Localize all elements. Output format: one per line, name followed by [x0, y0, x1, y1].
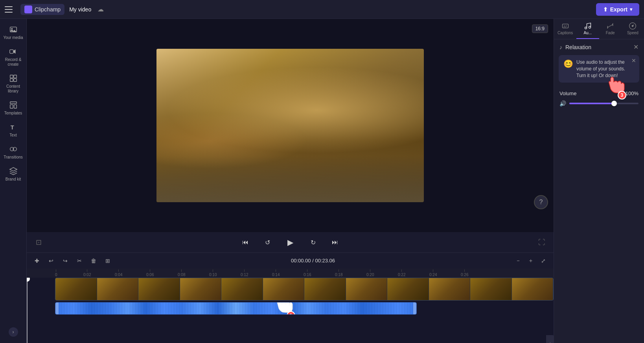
skip-back-button[interactable]: ⏮ [239, 236, 252, 249]
tab-audio-label: Au... [584, 31, 592, 35]
timeline-tracks: 1 [27, 278, 554, 343]
delete-button[interactable]: 🗑 [88, 255, 99, 266]
sidebar-item-your-media[interactable]: Your media [2, 22, 25, 43]
timeline-ruler: 0 0:02 0:04 0:06 0:08 0:10 0:12 0:14 0:1… [27, 268, 554, 278]
tab-speed-label: Speed [627, 31, 638, 35]
tab-audio[interactable]: Au... 2 [576, 19, 599, 39]
subtitles-button[interactable]: ⊡ [32, 236, 45, 249]
sidebar-item-record-create[interactable]: Record &create [2, 44, 25, 70]
audio-icon [584, 22, 592, 30]
export-icon: ⬆ [603, 6, 608, 13]
timeline-toolbar: ✚ ↩ ↪ ✂ 🗑 ⊞ 00:00.00 / 00:23.06 － ＋ ⤢ [27, 253, 554, 268]
video-preview: 16:9 ? [27, 19, 554, 232]
tooltip-close-button[interactable]: ✕ [631, 57, 636, 64]
audio-track[interactable]: 1 [55, 302, 417, 315]
ruler-mark-16: 0:16 [304, 269, 311, 277]
track-name: Relaxation [565, 44, 591, 50]
video-canvas [156, 49, 424, 202]
skip-forward-button[interactable]: ⏭ [329, 236, 341, 249]
volume-section: Volume 100% 🔊 3 [554, 87, 644, 110]
sidebar-expand-button[interactable]: › [9, 327, 18, 337]
svg-rect-8 [10, 105, 13, 108]
panel-icon-tabs: Captions Au... 2 [554, 19, 644, 39]
video-track[interactable] [55, 278, 554, 301]
fast-forward-button[interactable]: ↻ [307, 236, 319, 249]
export-button[interactable]: ⬆ Export ▾ [596, 3, 639, 16]
volume-slider-fill [569, 103, 614, 104]
svg-rect-5 [10, 79, 13, 81]
volume-slider-thumb[interactable] [611, 101, 617, 106]
video-name[interactable]: My video [69, 6, 91, 13]
tooltip-text: Use audio to adjust the volume of your s… [576, 59, 635, 79]
sidebar-item-content-library[interactable]: Contentlibrary [2, 71, 25, 97]
audio-handle-right[interactable] [413, 302, 416, 314]
tab-captions[interactable]: Captions [554, 19, 576, 39]
sidebar-item-transitions[interactable]: Transitions [2, 142, 25, 163]
rewind-button[interactable]: ↺ [261, 236, 274, 249]
ruler-mark-8: 0:08 [178, 269, 185, 277]
sidebar-label-transitions: Transitions [4, 155, 23, 160]
fit-timeline-button[interactable]: ⤢ [538, 255, 549, 266]
ruler-marks: 0 0:02 0:04 0:06 0:08 0:10 0:12 0:14 0:1… [55, 268, 554, 278]
cut-button[interactable]: ✂ [74, 255, 85, 266]
sidebar-item-text[interactable]: T Text [2, 120, 25, 141]
main-area: Your media Record &create Contentlibrary [0, 19, 644, 343]
ruler-mark-22: 0:22 [398, 269, 405, 277]
speed-icon [629, 22, 637, 30]
panel-collapse-button[interactable]: ‹ [546, 335, 554, 343]
export-chevron-icon: ▾ [630, 7, 632, 12]
topbar: Clipchamp My video ☁ ⬆ Export ▾ [0, 0, 644, 19]
zoom-out-button[interactable]: － [513, 255, 524, 266]
ruler-mark-14: 0:14 [272, 269, 280, 277]
right-panel: Captions Au... 2 [554, 19, 644, 343]
zoom-controls: － ＋ ⤢ [513, 255, 549, 266]
tab-fade[interactable]: Fade [599, 19, 622, 39]
zoom-in-button[interactable]: ＋ [525, 255, 536, 266]
panel-close-button[interactable]: ✕ [633, 44, 638, 50]
media-icon [9, 25, 18, 34]
playhead[interactable] [27, 278, 28, 343]
merge-button[interactable]: ⊞ [102, 255, 113, 266]
volume-slider[interactable]: 3 [569, 103, 638, 104]
volume-label: Volume [559, 90, 576, 96]
timeline-area: ✚ ↩ ↪ ✂ 🗑 ⊞ 00:00.00 / 00:23.06 － ＋ ⤢ [27, 253, 554, 343]
svg-rect-9 [14, 105, 16, 108]
music-note-icon: ♪ [559, 44, 562, 50]
tab-speed[interactable]: Speed [622, 19, 644, 39]
redo-button[interactable]: ↪ [60, 255, 71, 266]
play-button[interactable]: ▶ [283, 235, 297, 249]
fade-icon [606, 22, 614, 30]
add-media-button[interactable]: ✚ [31, 255, 42, 266]
tab-fade-label: Fade [606, 31, 615, 35]
current-time: 00:00.00 [291, 258, 311, 264]
fullscreen-button[interactable]: ⛶ [535, 236, 548, 249]
ruler-mark-20: 0:20 [366, 269, 374, 277]
playback-controls: ⊡ ⏮ ↺ ▶ ↻ ⏭ ⛶ [27, 232, 554, 253]
brand-icon [9, 167, 18, 175]
app-name: Clipchamp [35, 6, 61, 13]
record-icon [9, 47, 18, 56]
transitions-icon [9, 145, 18, 153]
sidebar-item-templates[interactable]: Templates [2, 98, 25, 119]
captions-icon [561, 22, 569, 30]
tooltip-emoji: 😊 [563, 59, 573, 68]
time-display: 00:00.00 / 00:23.06 [116, 258, 510, 264]
ruler-mark-26: 0:26 [461, 269, 468, 277]
playhead-handle[interactable] [27, 278, 30, 282]
aspect-ratio-badge[interactable]: 16:9 [532, 24, 548, 33]
svg-rect-7 [10, 102, 17, 104]
undo-button[interactable]: ↩ [46, 255, 57, 266]
menu-button[interactable] [5, 4, 16, 15]
audio-handle-left[interactable] [55, 302, 59, 314]
svg-point-16 [632, 25, 633, 26]
app-logo[interactable]: Clipchamp [20, 4, 64, 15]
total-time: 00:23.06 [315, 258, 335, 264]
help-button[interactable]: ? [534, 195, 548, 209]
sidebar-item-brand-kit[interactable]: Brand kit [2, 164, 25, 185]
svg-text:T: T [10, 124, 14, 131]
center-area: 16:9 ? ⊡ ⏮ ↺ ▶ ↻ ⏭ ⛶ ✚ ↩ [27, 19, 554, 343]
svg-rect-6 [13, 79, 16, 81]
audio-waveform [55, 302, 416, 314]
sidebar-label-text: Text [9, 133, 17, 138]
ruler-mark-6: 0:06 [146, 269, 154, 277]
